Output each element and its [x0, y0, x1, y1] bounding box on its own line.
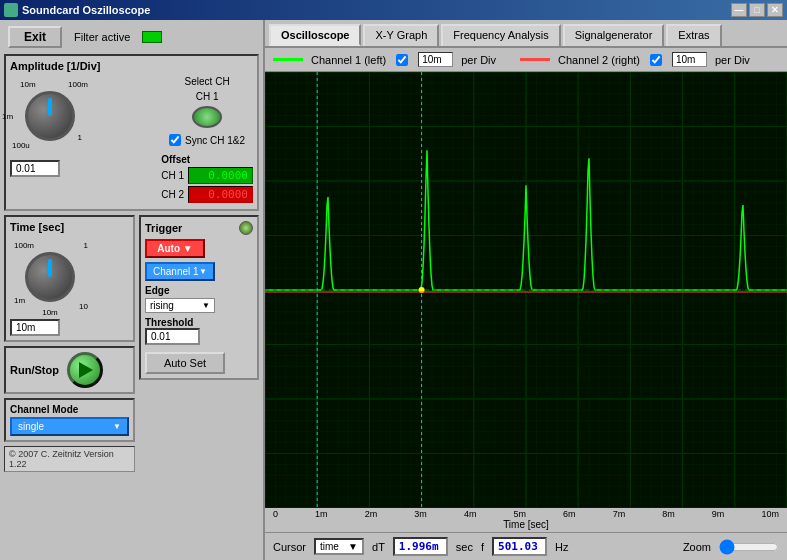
title-bar-text: Soundcard Oszilloscope [22, 4, 150, 16]
cursor-label: Cursor [273, 541, 306, 553]
time-section: Time [sec] 100m 1 1m 10 10m [4, 215, 135, 342]
channel-mode-section: Channel Mode single ▼ [4, 398, 135, 442]
edge-dropdown[interactable]: rising ▼ [145, 298, 215, 313]
x-label-8m: 8m [662, 509, 675, 519]
amplitude-title: Amplitude [1/Div] [10, 60, 253, 72]
edge-arrow: ▼ [202, 301, 210, 310]
trigger-auto-button[interactable]: Auto ▼ [145, 239, 205, 258]
zoom-slider[interactable] [719, 539, 779, 555]
ch1-text-label: CH 1 [196, 91, 219, 102]
zoom-label: Zoom [683, 541, 711, 553]
maximize-button[interactable]: □ [749, 3, 765, 17]
amp-knob-label-10m: 10m [20, 80, 36, 89]
ch1-line-icon [273, 58, 303, 61]
edge-label: Edge [145, 285, 253, 296]
ch1-checkbox[interactable] [396, 54, 408, 66]
x-label-3m: 3m [414, 509, 427, 519]
app-icon [4, 3, 18, 17]
trigger-auto-label: Auto [157, 243, 180, 254]
sync-checkbox[interactable] [169, 134, 181, 146]
ch1-offset-label: CH 1 [161, 170, 184, 181]
amp-knob-label-1m: 1m [2, 112, 13, 121]
time-knob-label-1: 1 [84, 241, 88, 250]
tab-xy-graph[interactable]: X-Y Graph [363, 24, 439, 46]
x-label-9m: 9m [712, 509, 725, 519]
sec-label: sec [456, 541, 473, 553]
hz-label: Hz [555, 541, 568, 553]
x-label-0: 0 [273, 509, 278, 519]
select-ch-label: Select CH [185, 76, 230, 87]
channel-mode-dropdown[interactable]: single ▼ [10, 417, 129, 436]
x-label-2m: 2m [365, 509, 378, 519]
x-label-4m: 4m [464, 509, 477, 519]
edge-value: rising [150, 300, 174, 311]
x-label-6m: 6m [563, 509, 576, 519]
ch1-per-div-input[interactable] [418, 52, 453, 67]
x-axis-labels: 0 1m 2m 3m 4m 5m 6m 7m 8m 9m 10m [265, 508, 787, 519]
trigger-channel-button[interactable]: Channel 1 ▼ [145, 262, 215, 281]
cursor-bar: Cursor time ▼ dT 1.996m sec f 501.03 Hz … [265, 532, 787, 560]
time-knob-label-1m: 1m [14, 296, 25, 305]
time-knob[interactable] [25, 252, 75, 302]
close-button[interactable]: ✕ [767, 3, 783, 17]
per-div-label-2: per Div [715, 54, 750, 66]
trigger-channel-arrow: ▼ [199, 267, 207, 276]
oscilloscope-display [265, 72, 787, 508]
run-stop-section: Run/Stop [4, 346, 135, 394]
x-label-5m: 5m [513, 509, 526, 519]
tab-signal-generator[interactable]: Signalgenerator [563, 24, 665, 46]
dt-label: dT [372, 541, 385, 553]
channel-mode-value: single [18, 421, 44, 432]
amplitude-value-input[interactable] [10, 160, 60, 177]
time-value-input[interactable] [10, 319, 60, 336]
filter-label: Filter active [74, 31, 130, 43]
trigger-section: Trigger Auto ▼ Channel 1 ▼ [139, 215, 259, 380]
copyright-text: © 2007 C. Zeitnitz Version 1.22 [4, 446, 135, 472]
ch1-indicator [192, 106, 222, 128]
time-knob-wrap: 100m 1 1m 10 10m [10, 237, 90, 317]
ch2-line-icon [520, 58, 550, 61]
amp-knob-label-100u: 100u [12, 141, 30, 150]
run-stop-label: Run/Stop [10, 364, 59, 376]
time-knob-label-100m: 100m [14, 241, 34, 250]
x-label-10m: 10m [761, 509, 779, 519]
cursor-type-arrow: ▼ [348, 541, 358, 552]
auto-set-button[interactable]: Auto Set [145, 352, 225, 374]
cursor-type-dropdown[interactable]: time ▼ [314, 538, 364, 555]
tabs-bar: Oscilloscope X-Y Graph Frequency Analysi… [265, 20, 787, 48]
ch2-checkbox[interactable] [650, 54, 662, 66]
tab-oscilloscope[interactable]: Oscilloscope [269, 24, 361, 46]
ch2-label: Channel 2 (right) [558, 54, 640, 66]
time-knob-label-10: 10 [79, 302, 88, 311]
trigger-title: Trigger [145, 222, 182, 234]
play-icon [79, 362, 93, 378]
ch2-per-div-input[interactable] [672, 52, 707, 67]
channel-selector-row: Channel 1 (left) per Div Channel 2 (righ… [265, 48, 787, 72]
run-stop-button[interactable] [67, 352, 103, 388]
channel-mode-label: Channel Mode [10, 404, 129, 415]
title-bar: Soundcard Oszilloscope — □ ✕ [0, 0, 787, 20]
x-label-1m: 1m [315, 509, 328, 519]
amp-knob-label-1: 1 [78, 133, 82, 142]
threshold-label: Threshold [145, 317, 253, 328]
tab-frequency-analysis[interactable]: Frequency Analysis [441, 24, 560, 46]
tab-extras[interactable]: Extras [666, 24, 721, 46]
trigger-auto-arrow: ▼ [183, 243, 193, 254]
ch1-label: Channel 1 (left) [311, 54, 386, 66]
ch2-offset-value: 0.0000 [188, 186, 253, 203]
exit-button[interactable]: Exit [8, 26, 62, 48]
amplitude-section: Amplitude [1/Div] 10m 100m 100u 1 1m [4, 54, 259, 211]
oscilloscope-canvas [265, 72, 787, 508]
per-div-label-1: per Div [461, 54, 496, 66]
filter-indicator [142, 31, 162, 43]
top-bar: Exit Filter active [4, 24, 259, 50]
x-axis-title: Time [sec] [265, 519, 787, 532]
amplitude-knob[interactable] [25, 91, 75, 141]
trigger-indicator [239, 221, 253, 235]
dt-value: 1.996m [393, 537, 448, 556]
minimize-button[interactable]: — [731, 3, 747, 17]
threshold-input[interactable] [145, 328, 200, 345]
time-knob-label-10m-bot: 10m [42, 308, 58, 317]
offset-label: Offset [161, 154, 253, 165]
f-label: f [481, 541, 484, 553]
